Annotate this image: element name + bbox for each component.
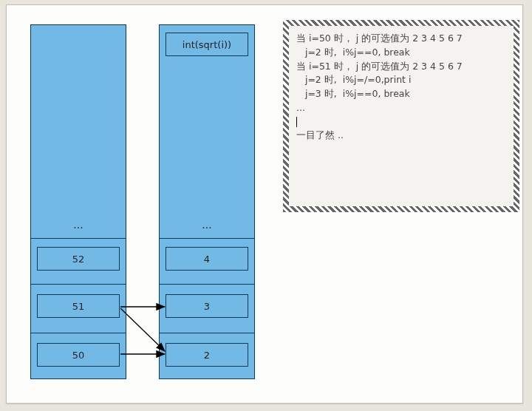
trace-line-3: j=2 时, i%j=/=0,print i xyxy=(296,73,506,87)
text-cursor-icon xyxy=(296,117,297,127)
right-cell-0: 4 xyxy=(166,247,248,271)
right-divider-0 xyxy=(160,238,254,239)
trace-line-2: 当 i=51 时， j 的可选值为 2 3 4 5 6 7 xyxy=(296,60,506,74)
right-divider-1 xyxy=(160,284,254,285)
left-stack-column: ... 52 51 50 xyxy=(30,24,126,379)
trace-output-box: 当 i=50 时， j 的可选值为 2 3 4 5 6 7 j=2 时, i%j… xyxy=(283,20,519,212)
trace-line-7 xyxy=(296,115,506,129)
trace-line-6: ... xyxy=(296,101,506,115)
trace-line-0: 当 i=50 时， j 的可选值为 2 3 4 5 6 7 xyxy=(296,32,506,46)
left-cell-1: 51 xyxy=(37,294,120,318)
left-cell-2: 50 xyxy=(37,343,120,367)
right-stack-column: int(sqrt(i)) ... 4 3 2 xyxy=(159,24,255,379)
left-divider-0 xyxy=(31,238,126,239)
left-divider-2 xyxy=(31,333,126,333)
trace-line-1: j=2 时, i%j==0, break xyxy=(296,46,506,60)
right-header-cell: int(sqrt(i)) xyxy=(166,33,248,56)
left-ellipsis: ... xyxy=(31,219,126,231)
trace-line-4: j=3 时, i%j==0, break xyxy=(296,87,506,101)
left-cell-0: 52 xyxy=(37,247,120,271)
right-cell-2: 2 xyxy=(166,343,248,367)
arrow-51-to-2 xyxy=(120,308,165,351)
right-cell-1: 3 xyxy=(166,294,248,318)
trace-line-8: 一目了然 .. xyxy=(296,129,506,143)
left-divider-1 xyxy=(31,284,126,285)
right-divider-2 xyxy=(160,333,254,333)
canvas-frame: ... 52 51 50 int(sqrt(i)) ... 4 3 2 当 i=… xyxy=(6,4,523,404)
right-ellipsis: ... xyxy=(160,219,254,231)
